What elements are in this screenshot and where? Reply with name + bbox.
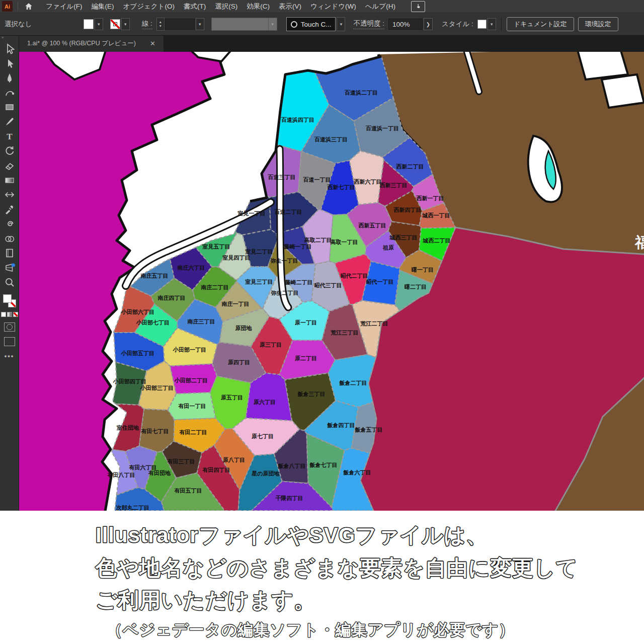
stroke-color-swatch[interactable] [110,19,120,29]
color-button[interactable] [1,312,6,317]
district-label: 高取一丁目 [331,239,358,245]
artboard-canvas[interactable]: 百道浜二丁目百道浜四丁目百道浜三丁目百道浜一丁目百道三丁目百道一丁目西新七丁目西… [19,52,644,511]
screen-mode-button[interactable] [4,337,15,346]
stroke-color-dropdown-icon[interactable]: ▼ [121,18,130,30]
width-tool-icon [4,189,16,201]
district-label: 原四丁目 [227,359,250,365]
curvature-tool[interactable] [2,85,18,100]
eraser-tool[interactable] [2,158,18,173]
menu-item-7[interactable]: ウィンドウ(W) [306,2,361,11]
caption-line-0: IllustratorファイルやSVGファイルは、 [96,523,488,547]
district-label: 西新三丁目 [379,182,408,188]
fill-indicator[interactable] [3,294,12,303]
control-bar: 選択なし ▼ ▼ 線 : ▲▼ ▼ ▼ Touch C... ▼ 不透明度 : … [0,13,644,36]
opacity-value[interactable]: 100% [388,19,423,30]
district-label: 百道二丁目 [274,209,302,215]
brush-definition-dropdown[interactable] [211,18,269,31]
district-label: 飯倉八丁目 [278,463,306,469]
preferences-button[interactable]: 環境設定 [578,17,618,31]
menu-item-4[interactable]: 選択(S) [210,2,242,11]
tools-panel: » T ••• [0,35,19,511]
none-button[interactable] [13,312,18,317]
menu-bar: Ai ファイル(F)編集(E)オブジェクト(O)書式(T)選択(S)効果(C)表… [0,0,644,13]
document-tab-title: 1.ai* @ 100 % (RGB/CPU プレビュー) [27,39,136,48]
district-label: 原六丁目 [253,399,276,406]
district-label: 有田一丁目 [178,403,206,409]
perspective-grid-tool[interactable] [2,260,18,275]
menubar-divider [18,2,18,11]
menu-item-5[interactable]: 効果(C) [242,2,274,11]
fill-color-swatch[interactable] [84,19,94,29]
illustrator-app-icon[interactable]: Ai [2,1,13,12]
eyedropper-tool-icon [4,203,16,215]
menu-item-0[interactable]: ファイル(F) [41,2,87,11]
menu-item-1[interactable]: 編集(E) [87,2,119,11]
menu-items: ファイル(F)編集(E)オブジェクト(O)書式(T)選択(S)効果(C)表示(V… [41,2,400,11]
home-icon[interactable] [23,2,34,11]
district-label: 荒江三丁目 [331,330,359,336]
district-label: 原七丁目 [251,433,274,439]
stroke-weight-label[interactable]: 線 : [142,19,152,29]
opacity-expander-icon[interactable]: ❯ [424,18,433,30]
twirl-tool[interactable] [2,216,18,231]
gradient-button[interactable] [7,312,12,317]
controlbar-divider [501,18,502,31]
shape-builder-tool[interactable] [2,231,18,246]
district-label: 室見五丁目 [202,244,230,250]
district-label: 小田部七丁目 [136,319,170,326]
paintbrush-tool[interactable] [2,114,18,129]
opacity-label[interactable]: 不透明度 : [353,19,384,29]
width-tool[interactable] [2,187,18,202]
district-label: 小田部五丁目 [121,350,154,356]
district-label: 小田部六丁目 [121,309,154,315]
partial-place-label: 福 [634,234,644,251]
style-dropdown-icon[interactable]: ▼ [488,18,496,30]
menu-item-2[interactable]: オブジェクト(O) [119,2,179,11]
district-label: 室住団地 [116,425,139,431]
menu-item-6[interactable]: 表示(V) [274,2,306,11]
gradient-tool-icon [4,174,16,186]
touch-workspace-icon[interactable] [411,1,425,12]
pen-tool-icon [4,72,16,84]
zoom-tool[interactable] [2,275,18,289]
caption-line-1: 色や地名などのさまざまな要素を自由に変更して [95,556,578,580]
district-label: 次郎丸二丁目 [116,505,149,511]
district-label: 飯倉六丁目 [343,469,371,476]
twirl-tool-icon [4,218,16,230]
touch-preset-dropdown[interactable]: Touch C... [286,17,336,31]
artboard-tool[interactable] [2,246,18,260]
eyedropper-tool[interactable] [2,202,18,216]
fill-color-dropdown-icon[interactable]: ▼ [95,18,103,30]
gradient-tool[interactable] [2,173,18,187]
district-label: 荒江二丁目 [360,320,388,327]
caption-line-3: （ベジェデータの編集ソフト・編集アプリが必要です） [107,621,515,638]
brush-dropdown-icon[interactable]: ▼ [269,18,277,31]
stroke-weight-value[interactable] [165,19,195,30]
document-tab[interactable]: 1.ai* @ 100 % (RGB/CPU プレビュー) ✕ [19,35,164,52]
district-label: 西新四丁目 [393,207,422,213]
document-setup-button[interactable]: ドキュメント設定 [507,17,574,31]
fill-stroke-indicator[interactable] [3,294,16,307]
stroke-weight-stepper[interactable]: ▲▼ [156,18,165,31]
touch-preset-dropdown-icon[interactable]: ▼ [337,17,345,31]
district-label: 西新六丁目 [354,179,382,185]
tab-close-icon[interactable]: ✕ [150,40,155,47]
district-label: 飯倉二丁目 [339,380,367,386]
menu-item-3[interactable]: 書式(T) [179,2,210,11]
district-label: 飯倉五丁目 [355,427,383,433]
rotate-tool[interactable] [2,143,18,158]
type-tool[interactable]: T [2,129,18,143]
rectangle-tool[interactable] [2,100,18,114]
district-label: 原五丁目 [220,394,243,400]
menu-item-8[interactable]: ヘルプ(H) [361,2,400,11]
district-label: 原八丁目 [222,457,245,463]
style-swatch[interactable] [477,20,487,29]
district-label: 有田団地 [148,470,171,476]
direct-selection-tool[interactable] [2,56,18,70]
stroke-weight-dropdown-icon[interactable]: ▼ [196,18,204,30]
selection-tool[interactable] [2,41,18,56]
draw-mode-button[interactable] [4,323,15,332]
pen-tool[interactable] [2,70,18,85]
more-tools-button[interactable]: ••• [5,352,15,360]
paintbrush-tool-icon [4,116,16,128]
